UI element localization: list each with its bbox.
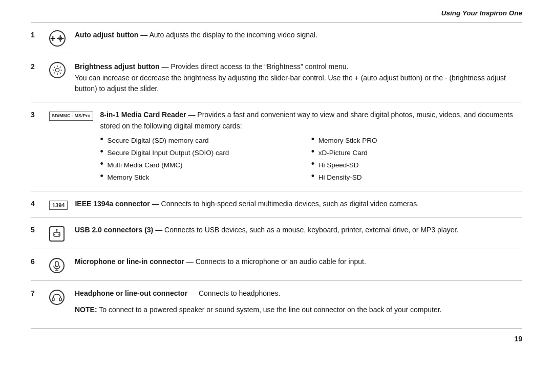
row-label-1: Auto adjust button bbox=[75, 31, 138, 39]
brightness-icon bbox=[49, 62, 66, 78]
row-label-4: IEEE 1394a connector bbox=[75, 200, 150, 208]
row-description-5: Connects to USB devices, such as a mouse… bbox=[164, 226, 458, 234]
bullet-item-right-2: •Hi Speed-SD bbox=[311, 159, 522, 171]
row-content-1: Auto adjust button — Auto adjusts the di… bbox=[75, 30, 522, 41]
section-row-5: 5 USB 2.0 connectors (3) — Connects to U… bbox=[31, 217, 522, 249]
page-footer: 19 bbox=[31, 328, 522, 343]
svg-line-9 bbox=[60, 73, 61, 74]
page-header: Using Your Inspiron One bbox=[31, 0, 522, 23]
section-row-6: 6 Microphone or line-in connector — Conn… bbox=[31, 249, 522, 281]
bullet-item-left-3: •Memory Stick bbox=[100, 171, 311, 184]
svg-rect-17 bbox=[55, 262, 58, 267]
row-number-5: 5 bbox=[31, 225, 42, 234]
note-row: NOTE: To connect to a powered speaker or… bbox=[75, 299, 522, 318]
ieee-icon: 1394 bbox=[49, 201, 68, 210]
bullet-item-left-1: •Secure Digital Input Output (SDIO) card bbox=[100, 147, 311, 159]
row-label-6: Microphone or line-in connector bbox=[75, 257, 184, 266]
row-icon-1 bbox=[49, 30, 68, 47]
section-row-2: 2 Brightness adjust button — Provides di… bbox=[31, 54, 522, 102]
row-label-5: USB 2.0 connectors (3) bbox=[75, 226, 153, 234]
row-description-7: Connects to headphones. bbox=[199, 289, 281, 297]
headphone-icon bbox=[49, 290, 65, 305]
row-number-7: 7 bbox=[31, 288, 42, 297]
row-content-6: Microphone or line-in connector — Connec… bbox=[75, 256, 522, 268]
section-row-7: 7 Headphone or line-out connector — Conn… bbox=[31, 281, 522, 324]
row-content-5: USB 2.0 connectors (3) — Connects to USB… bbox=[75, 225, 522, 236]
row-label-3: 8-in-1 Media Card Reader bbox=[100, 111, 186, 119]
row-description-4: Connects to high-speed serial multimedia… bbox=[161, 200, 419, 208]
svg-rect-21 bbox=[59, 298, 61, 301]
row-icon-5 bbox=[49, 225, 68, 242]
row-icon-4: 1394 bbox=[49, 199, 68, 210]
bullet-item-right-1: •xD-Picture Card bbox=[311, 147, 522, 159]
svg-point-14 bbox=[56, 229, 58, 231]
row-label-7: Headphone or line-out connector bbox=[75, 289, 187, 297]
section-row-1: 1 Auto adjust button — Auto adjusts the … bbox=[31, 23, 522, 54]
bullet-item-right-3: •Hi Density-SD bbox=[311, 171, 522, 184]
row-icon-6 bbox=[49, 256, 68, 273]
row-content-7: Headphone or line-out connector — Connec… bbox=[75, 288, 522, 317]
note-prefix: NOTE: bbox=[75, 306, 97, 314]
page-number: 19 bbox=[514, 335, 522, 343]
row-description-2: Provides direct access to the “Brightnes… bbox=[171, 62, 348, 71]
auto-adjust-icon bbox=[49, 30, 66, 47]
row-separator-1: — bbox=[138, 31, 149, 39]
row-icon-7 bbox=[49, 288, 68, 305]
bullet-item-left-2: •Multi Media Card (MMC) bbox=[100, 159, 311, 171]
row-number-6: 6 bbox=[31, 256, 42, 266]
bullet-item-right-0: •Memory Stick PRO bbox=[311, 135, 522, 147]
row-label-2: Brightness adjust button bbox=[75, 62, 160, 71]
usb-icon bbox=[49, 226, 65, 242]
row-number-4: 4 bbox=[31, 199, 42, 208]
svg-point-3 bbox=[55, 68, 59, 72]
row-description-1: Auto adjusts the display to the incoming… bbox=[149, 31, 317, 39]
bullet-columns: •Secure Digital (SD) memory card •Secure… bbox=[100, 135, 523, 184]
svg-rect-20 bbox=[52, 298, 54, 301]
row-icon-2 bbox=[49, 61, 68, 78]
bullet-col-left: •Secure Digital (SD) memory card •Secure… bbox=[100, 135, 311, 184]
bullet-item-left-0: •Secure Digital (SD) memory card bbox=[100, 135, 311, 147]
row-extra-2: You can increase or decrease the brightn… bbox=[75, 73, 522, 95]
row-number-3: 3 bbox=[31, 110, 42, 119]
header-title: Using Your Inspiron One bbox=[441, 9, 522, 17]
row-number-2: 2 bbox=[31, 61, 42, 71]
svg-line-11 bbox=[54, 73, 55, 74]
row-icon-3: SD/MMC - MS/Pro bbox=[49, 110, 93, 121]
sdcard-icon: SD/MMC - MS/Pro bbox=[49, 112, 93, 121]
row-description-6: Connects to a microphone or an audio cab… bbox=[196, 257, 366, 266]
note-text: To connect to a powered speaker or sound… bbox=[97, 306, 442, 314]
row-content-2: Brightness adjust button — Provides dire… bbox=[75, 61, 522, 95]
svg-line-8 bbox=[54, 67, 55, 68]
row-content-3: 8-in-1 Media Card Reader — Provides a fa… bbox=[100, 110, 523, 184]
section-row-4: 4 1394 IEEE 1394a connector — Connects t… bbox=[31, 191, 522, 217]
bullet-col-right: •Memory Stick PRO •xD-Picture Card •Hi S… bbox=[311, 135, 522, 184]
row-content-4: IEEE 1394a connector — Connects to high-… bbox=[75, 199, 522, 210]
row-number-1: 1 bbox=[31, 30, 42, 39]
mic-icon bbox=[49, 258, 65, 273]
svg-line-10 bbox=[60, 67, 61, 68]
section-row-3: 3 SD/MMC - MS/Pro 8-in-1 Media Card Read… bbox=[31, 102, 522, 191]
